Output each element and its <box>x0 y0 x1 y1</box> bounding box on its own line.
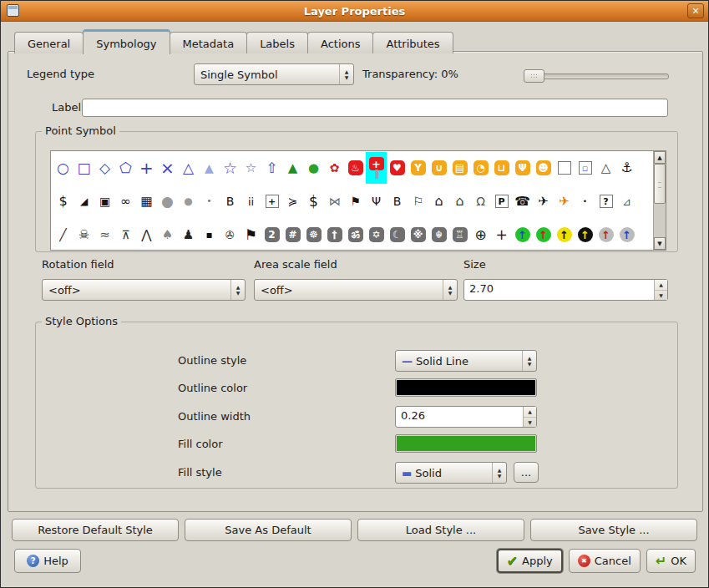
up-arrow-gray-blue-symbol[interactable]: ↑ <box>616 219 637 250</box>
symbol-scrollbar[interactable]: ▲ ▼ <box>653 151 666 250</box>
load-style-button[interactable]: Load Style ... <box>357 519 524 541</box>
first-aid-box-symbol[interactable]: + <box>261 185 282 217</box>
khanda-symbol[interactable]: ☬ <box>428 219 449 250</box>
fuel-pump-symbol[interactable]: B <box>220 185 241 217</box>
car-symbol[interactable]: ∞ <box>115 185 136 217</box>
ok-button[interactable]: ↵ OK <box>646 549 696 573</box>
outline-style-combobox[interactable]: — Solid Line ▲▼ <box>395 350 537 372</box>
teepee-symbol[interactable]: ⋀ <box>136 219 157 250</box>
size-spinbox[interactable]: 2.70 ▲ ▼ <box>463 279 668 301</box>
title-bar[interactable]: Layer Properties ✕ <box>1 1 708 22</box>
up-arrow-yellow-black-symbol[interactable]: ↑ <box>554 219 575 250</box>
tab-actions[interactable]: Actions <box>307 32 374 53</box>
cafe-cup-symbol[interactable]: ∪ <box>428 152 449 184</box>
dharma-wheel-symbol[interactable]: ☸ <box>303 219 324 250</box>
circle-large-symbol[interactable]: ● <box>157 185 178 217</box>
up-arrow-black-yellow-symbol[interactable]: ↑ <box>575 219 595 250</box>
label-input[interactable] <box>82 99 668 117</box>
first-aid-post-symbol[interactable]: + <box>366 152 387 184</box>
spin-buttons[interactable]: ▲ ▼ <box>654 280 667 300</box>
tab-attributes[interactable]: Attributes <box>372 32 453 53</box>
fill-style-more-button[interactable]: ... <box>514 462 539 483</box>
up-arrow-green-blue-symbol[interactable]: ↑ <box>512 219 533 250</box>
cocktail-symbol[interactable]: Y <box>408 152 428 184</box>
arithmetic-symbol[interactable]: # <box>282 219 303 250</box>
spin-down-icon[interactable]: ▼ <box>524 418 536 428</box>
scrollbar-thumb[interactable] <box>654 164 666 204</box>
rotation-field-combobox[interactable]: <off> ▲▼ <box>42 279 246 301</box>
flag-pin-symbol[interactable]: ⚑ <box>345 185 366 217</box>
hot-air-balloon-symbol[interactable]: Ω <box>470 185 491 217</box>
tab-symbology[interactable]: Symbology <box>83 29 170 54</box>
scrollbar-track[interactable] <box>654 164 666 237</box>
circle-medium-symbol[interactable]: ● <box>178 185 199 217</box>
house-filled-symbol[interactable]: ⌂ <box>449 185 470 217</box>
up-arrow-green-red-symbol[interactable]: ↑ <box>533 219 554 250</box>
area-scale-field-combobox[interactable]: <off> ▲▼ <box>254 279 458 301</box>
point-dot-symbol[interactable]: • <box>575 185 595 217</box>
circle-symbol[interactable]: ○ <box>53 152 73 184</box>
dollar-symbol[interactable]: $ <box>53 185 73 217</box>
christian-cross-symbol[interactable]: † <box>324 219 345 250</box>
fill-color-swatch[interactable] <box>395 434 537 453</box>
tab-labels[interactable]: Labels <box>246 32 308 53</box>
conifer-tree-symbol[interactable]: ▲ <box>282 152 303 184</box>
airplane-orange-symbol[interactable]: ✈ <box>554 185 575 217</box>
deciduous-tree-symbol[interactable]: ● <box>303 152 324 184</box>
spin-up-icon[interactable]: ▲ <box>524 407 536 418</box>
save-style-button[interactable]: Save Style ... <box>530 519 697 541</box>
cross-x-symbol[interactable]: × <box>157 152 178 184</box>
flag-black-symbol[interactable]: ⚑ <box>241 219 261 250</box>
compass-symbol[interactable]: ⊕ <box>470 219 491 250</box>
beer-symbol[interactable]: ⊔ <box>491 152 512 184</box>
picnic-table-symbol[interactable]: ⊼ <box>115 219 136 250</box>
legend-type-combobox[interactable]: Single Symbol ▲▼ <box>194 63 354 85</box>
skull-crossbones-symbol[interactable]: ☠ <box>73 219 94 250</box>
triangle-thin-symbol[interactable]: △ <box>595 152 616 184</box>
small-square-box-symbol[interactable]: ▫ <box>575 152 595 184</box>
north-arrow-symbol[interactable]: + <box>491 219 512 250</box>
tv-antenna-symbol[interactable]: ✇ <box>220 219 241 250</box>
restaurant-bw-symbol[interactable]: Ψ <box>366 185 387 217</box>
parking-symbol[interactable]: P <box>491 185 512 217</box>
deer-symbol[interactable]: ≽ <box>282 185 303 217</box>
airplane-symbol[interactable]: ✈ <box>533 185 554 217</box>
heart-badge-symbol[interactable]: ♥ <box>387 152 408 184</box>
spin-buttons[interactable]: ▲ ▼ <box>523 407 536 427</box>
pentagon-symbol[interactable]: ⬠ <box>115 152 136 184</box>
om-symbol[interactable]: ॐ <box>345 219 366 250</box>
golf-pin-symbol[interactable]: ⚐ <box>408 185 428 217</box>
flower-symbol[interactable]: ✿ <box>324 152 345 184</box>
triangle-symbol[interactable]: △ <box>178 152 199 184</box>
up-arrow-gray-red-symbol[interactable]: ↑ <box>595 219 616 250</box>
diamond-symbol[interactable]: ◇ <box>94 152 115 184</box>
building-symbol[interactable]: ▦ <box>136 185 157 217</box>
scroll-up-icon[interactable]: ▲ <box>654 151 666 164</box>
transparency-slider[interactable] <box>524 69 669 83</box>
cinema-film-symbol[interactable]: ▤ <box>449 152 470 184</box>
question-mark-symbol[interactable]: ? <box>595 185 616 217</box>
satellite-dish-symbol[interactable]: ⊿ <box>616 185 637 217</box>
fire-symbol[interactable]: ♨ <box>345 152 366 184</box>
close-button[interactable]: ✕ <box>687 3 704 18</box>
scroll-down-icon[interactable]: ▼ <box>654 237 666 250</box>
smiley-symbol[interactable]: ☻ <box>533 152 554 184</box>
help-button[interactable]: ? Help <box>14 549 81 573</box>
camera-symbol[interactable]: ▣ <box>94 185 115 217</box>
spin-up-icon[interactable]: ▲ <box>655 280 667 291</box>
restore-default-style-button[interactable]: Restore Default Style <box>12 519 179 541</box>
anchor-symbol[interactable]: ⚓ <box>616 152 637 184</box>
star-of-david-symbol[interactable]: ✡ <box>366 219 387 250</box>
community-symbol[interactable]: ※ <box>408 219 428 250</box>
pizza-symbol[interactable]: ◔ <box>470 152 491 184</box>
fuel-pump-2-symbol[interactable]: B <box>387 185 408 217</box>
outline-color-swatch[interactable] <box>395 378 537 397</box>
fish-symbol[interactable]: ⋈ <box>324 185 345 217</box>
prayer-symbol[interactable]: 2 <box>261 219 282 250</box>
arrow-up-hollow-symbol[interactable]: ⇧ <box>261 152 282 184</box>
dollar-bold-symbol[interactable]: $ <box>303 185 324 217</box>
slider-handle[interactable] <box>524 69 544 83</box>
square-symbol[interactable]: □ <box>73 152 94 184</box>
outline-width-spinbox[interactable]: 0.26 ▲ ▼ <box>395 406 537 428</box>
hiker-symbol[interactable]: ♟ <box>178 219 199 250</box>
